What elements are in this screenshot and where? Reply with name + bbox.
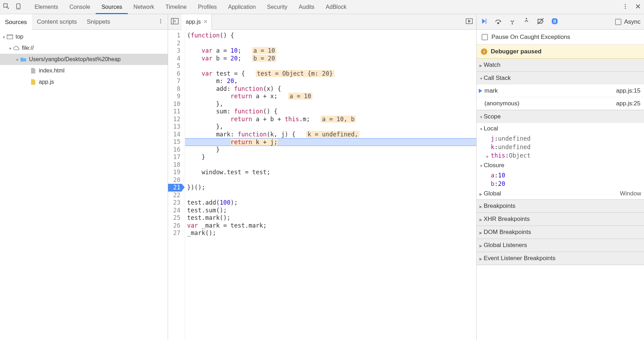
scope-local-header[interactable]: Local (477, 123, 644, 134)
svg-rect-22 (555, 19, 556, 23)
checkbox-icon[interactable] (482, 34, 488, 40)
tab-audits[interactable]: Audits (293, 0, 320, 14)
caret-icon (479, 229, 484, 236)
svg-rect-21 (554, 19, 554, 23)
caret-icon (479, 203, 484, 210)
tab-elements[interactable]: Elements (29, 0, 64, 14)
pause-on-caught-row[interactable]: Pause On Caught Exceptions (477, 30, 644, 45)
callstack-section-header[interactable]: Call Stack (477, 72, 644, 84)
tree-label: Users/yangbo/Desktop/test%20heap (29, 56, 121, 63)
tree-label: file:// (22, 45, 34, 51)
navigator-panel: Sources Content scripts Snippets top fil… (0, 14, 168, 340)
svg-point-4 (625, 6, 626, 7)
line-gutter[interactable]: 1234 5678 9101112 13141516 17181920 2122… (168, 30, 185, 340)
tab-timeline[interactable]: Timeline (160, 0, 192, 14)
editor-panel: app.js × 1234 5678 9101112 13141516 1718… (168, 14, 477, 340)
code-content[interactable]: (function() { var a = 10;a = 10 var b = … (185, 30, 476, 340)
deactivate-breakpoints-icon[interactable] (537, 17, 544, 26)
subtab-snippets[interactable]: Snippets (82, 14, 115, 30)
caret-icon (479, 61, 484, 69)
debugger-paused-banner: i Debugger paused (477, 45, 644, 59)
inline-value: test = Object {m: 20} (256, 70, 334, 77)
step-into-icon[interactable] (508, 17, 516, 26)
caret-icon (479, 242, 484, 249)
file-icon (30, 67, 37, 74)
xhr-breakpoints-section-header[interactable]: XHR Breakpoints (477, 213, 644, 225)
tree-folder[interactable]: Users/yangbo/Desktop/test%20heap (0, 54, 168, 65)
event-listener-bp-section-header[interactable]: Event Listener Breakpoints (477, 252, 644, 265)
window-icon (6, 33, 13, 40)
close-icon[interactable] (635, 3, 641, 11)
caret-icon (8, 45, 13, 51)
caret-icon (487, 152, 491, 159)
tree-top[interactable]: top (0, 31, 168, 42)
tree-label: app.js (39, 79, 54, 85)
scope-closure-header[interactable]: Closure (477, 160, 644, 171)
svg-point-19 (526, 18, 527, 19)
tab-network[interactable]: Network (128, 0, 160, 14)
scope-global-header[interactable]: Global Window (477, 188, 644, 199)
step-over-icon[interactable] (494, 17, 502, 26)
resume-icon[interactable] (480, 17, 488, 26)
svg-point-9 (160, 21, 161, 22)
caret-icon (16, 56, 20, 63)
caret-icon (479, 190, 484, 197)
caret-icon (479, 255, 484, 262)
tab-application[interactable]: Application (222, 0, 261, 14)
inline-value: k = undefined, (306, 131, 359, 138)
tab-console[interactable]: Console (64, 0, 96, 14)
breakpoints-section-header[interactable]: Breakpoints (477, 200, 644, 212)
scope-variable[interactable]: a: 10 (477, 171, 644, 180)
stack-frame[interactable]: (anonymous) app.js:25 (477, 97, 644, 110)
tree-file-html[interactable]: index.html (0, 65, 168, 76)
stack-frame[interactable]: mark app.js:15 (477, 84, 644, 97)
subtab-sources[interactable]: Sources (0, 14, 32, 30)
caret-icon (479, 125, 484, 132)
info-icon: i (481, 48, 487, 55)
scope-variable[interactable]: j: undefined (477, 134, 644, 143)
inspect-icon[interactable] (3, 3, 10, 11)
inline-value: b = 20 (252, 55, 276, 62)
folder-icon (20, 56, 27, 63)
svg-rect-16 (486, 19, 487, 24)
scope-variable[interactable]: this: Object (477, 151, 644, 160)
file-tree: top file:// Users/yangbo/Desktop/test%20… (0, 30, 168, 340)
tab-adblock[interactable]: AdBlock (320, 0, 352, 14)
toggle-navigator-icon[interactable] (168, 18, 181, 25)
global-listeners-section-header[interactable]: Global Listeners (477, 239, 644, 252)
subtab-content-scripts[interactable]: Content scripts (32, 14, 82, 30)
svg-point-8 (160, 19, 161, 20)
pause-on-exceptions-icon[interactable] (551, 17, 559, 26)
run-snippet-icon[interactable] (466, 18, 473, 25)
cloud-icon (13, 45, 20, 52)
tree-label: index.html (39, 68, 65, 74)
svg-point-18 (512, 23, 513, 25)
inline-value: a = 10, b (321, 116, 356, 123)
svg-point-17 (497, 23, 499, 24)
watch-section-header[interactable]: Watch (477, 59, 644, 71)
scope-variable[interactable]: k: undefined (477, 143, 644, 151)
kebab-icon[interactable] (622, 3, 628, 11)
caret-icon (479, 113, 484, 120)
tab-security[interactable]: Security (261, 0, 293, 14)
scope-section-header[interactable]: Scope (477, 110, 644, 123)
editor-tab-appjs[interactable]: app.js × (181, 14, 212, 30)
async-checkbox[interactable]: Async (615, 18, 640, 25)
svg-rect-11 (7, 35, 13, 39)
tree-file-js[interactable]: app.js (0, 76, 168, 88)
tab-profiles[interactable]: Profiles (192, 0, 222, 14)
inline-value: a = 10 (252, 47, 276, 54)
debugger-panel: Async Pause On Caught Exceptions i Debug… (477, 14, 644, 340)
caret-icon (2, 34, 6, 40)
navigator-more-icon[interactable] (158, 18, 163, 25)
close-tab-icon[interactable]: × (204, 18, 208, 25)
caret-icon (479, 216, 484, 223)
inline-value: a = 10 (288, 93, 312, 100)
scope-variable[interactable]: b: 20 (477, 180, 644, 188)
tab-label: app.js (186, 19, 201, 25)
step-out-icon[interactable] (523, 17, 530, 26)
dom-breakpoints-section-header[interactable]: DOM Breakpoints (477, 226, 644, 239)
tree-origin[interactable]: file:// (0, 42, 168, 54)
device-icon[interactable] (15, 3, 22, 11)
tab-sources[interactable]: Sources (96, 0, 128, 14)
